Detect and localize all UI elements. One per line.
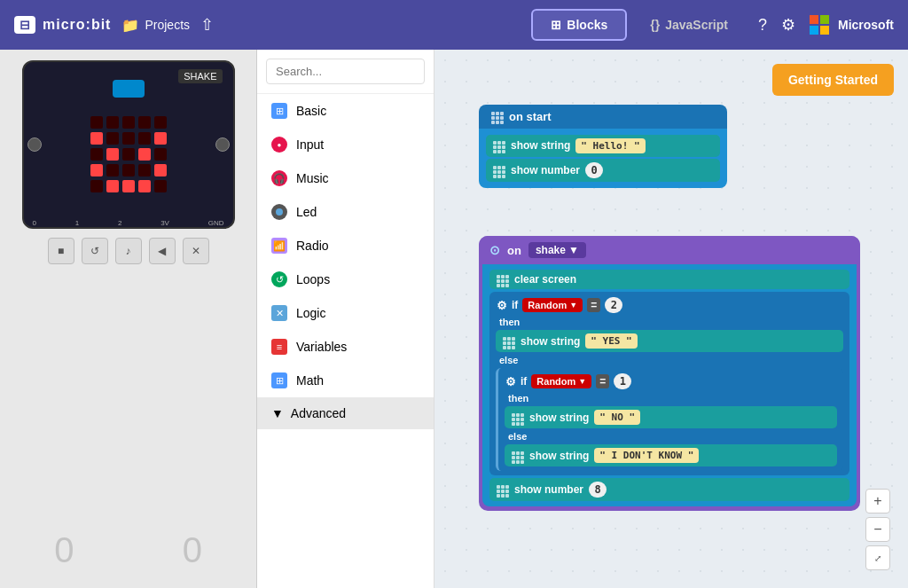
eq-sign-1: = xyxy=(587,298,600,312)
shake-dropdown-arrow: ▼ xyxy=(568,244,579,256)
music-icon: 🎧 xyxy=(271,170,287,186)
workspace[interactable]: Getting Started on start xyxy=(434,50,908,588)
microbit-logo-icon: ⊟ xyxy=(14,16,35,34)
num-value-2: 8 xyxy=(589,482,607,498)
sidebar-item-led[interactable]: Led xyxy=(257,195,434,229)
sidebar-item-basic[interactable]: ⊞ Basic xyxy=(257,94,434,128)
sidebar-item-radio[interactable]: 📶 Radio xyxy=(257,229,434,263)
gear-icon-2: ⚙ xyxy=(505,375,516,388)
led-display xyxy=(90,116,167,192)
random-1-label: Random xyxy=(528,300,567,310)
microsoft-logo xyxy=(810,15,829,35)
sim-background-decorations: 00 xyxy=(0,530,256,570)
sidebar-item-variables[interactable]: ≡ Variables xyxy=(257,330,434,364)
sidebar-item-music[interactable]: 🎧 Music xyxy=(257,161,434,195)
projects-label: Projects xyxy=(145,18,190,32)
pin-labels: 0 1 2 3V GND xyxy=(24,219,233,227)
fullscreen-button[interactable]: ✕ xyxy=(183,238,209,264)
show-string-no-icon xyxy=(512,413,524,422)
simulator-panel: SHAKE 0 1 2 3V GND ■ ↺ ♪ xyxy=(0,50,257,588)
no-value: " NO " xyxy=(594,410,640,425)
sim-controls: ■ ↺ ♪ ◀ ✕ xyxy=(48,238,209,264)
logo-text: micro:bit xyxy=(43,17,111,33)
input-label: Input xyxy=(296,137,324,152)
else-label-1: else xyxy=(492,354,847,366)
sidebar-item-math[interactable]: ⊞ Math xyxy=(257,364,434,397)
on-start-icon xyxy=(491,112,504,121)
input-icon: ● xyxy=(271,137,287,153)
shake-dropdown[interactable]: shake ▼ xyxy=(528,242,586,258)
sound-button[interactable]: ♪ xyxy=(115,238,142,264)
stop-button[interactable]: ■ xyxy=(48,238,74,264)
logic-label: Logic xyxy=(296,306,325,320)
microsoft-label: Microsoft xyxy=(838,18,894,32)
sidebar-item-loops[interactable]: ↺ Loops xyxy=(257,263,434,296)
else-label-2: else xyxy=(501,430,841,443)
projects-button[interactable]: 📁 Projects xyxy=(121,17,190,34)
on-start-block: on start show string " Hello! " xyxy=(479,103,727,188)
zoom-in-button[interactable]: + xyxy=(865,489,890,514)
help-button[interactable]: ? xyxy=(758,16,767,35)
radio-label: Radio xyxy=(296,239,329,253)
on-start-label: on start xyxy=(509,110,552,123)
sidebar-item-logic[interactable]: ✕ Logic xyxy=(257,296,434,330)
javascript-tab[interactable]: {} JavaScript xyxy=(630,9,748,41)
bluetooth-chip xyxy=(113,80,145,98)
advanced-label: Advanced xyxy=(291,406,346,420)
math-label: Math xyxy=(296,373,324,388)
num-value-1: 0 xyxy=(585,162,603,178)
show-number-2-icon xyxy=(497,485,509,494)
zoom-fit-button[interactable]: ⤢ xyxy=(865,545,890,570)
yes-value: " YES " xyxy=(585,333,637,349)
microbit-buttons xyxy=(24,137,233,152)
radio-icon: 📶 xyxy=(271,238,287,254)
button-a[interactable] xyxy=(27,137,42,152)
random-2-label: Random xyxy=(536,376,575,387)
circle-dot-icon: ⊙ xyxy=(489,243,500,257)
random-1-arrow: ▼ xyxy=(569,301,577,310)
header: ⊟ micro:bit 📁 Projects ⇧ ⊞ Blocks {} Jav… xyxy=(0,0,908,50)
random-dropdown-1[interactable]: Random ▼ xyxy=(522,298,583,312)
clear-screen-icon xyxy=(497,275,509,284)
search-box xyxy=(257,50,434,94)
then-label-2: then xyxy=(501,392,841,404)
variables-icon: ≡ xyxy=(271,339,287,355)
getting-started-button[interactable]: Getting Started xyxy=(772,64,894,96)
zoom-out-button[interactable]: − xyxy=(865,517,890,542)
share-button[interactable]: ⇧ xyxy=(200,15,214,35)
mode-tabs: ⊞ Blocks {} JavaScript xyxy=(531,9,748,41)
volume-button[interactable]: ◀ xyxy=(149,238,176,264)
search-input[interactable] xyxy=(266,59,425,84)
dk-value: " I DON'T KNOW " xyxy=(594,448,699,463)
show-string-dk-icon xyxy=(512,451,524,460)
settings-button[interactable]: ⚙ xyxy=(781,15,795,35)
folder-icon: 📁 xyxy=(121,17,139,34)
microsoft-brand: Microsoft xyxy=(810,15,894,35)
header-right: ? ⚙ Microsoft xyxy=(758,15,894,35)
basic-label: Basic xyxy=(296,104,326,118)
clear-screen-label: clear screen xyxy=(514,273,576,286)
sidebar-item-input[interactable]: ● Input xyxy=(257,128,434,161)
sidebar-item-advanced[interactable]: ▼ Advanced xyxy=(257,397,434,429)
loops-label: Loops xyxy=(296,272,330,286)
blocks-icon: ⊞ xyxy=(551,18,561,32)
show-string-1-icon xyxy=(493,141,505,150)
then-label-1: then xyxy=(492,316,847,328)
gear-icon-1: ⚙ xyxy=(497,299,507,312)
button-b[interactable] xyxy=(215,137,230,152)
js-icon: {} xyxy=(650,18,660,32)
led-icon xyxy=(271,204,287,220)
zoom-controls: + − ⤢ xyxy=(865,489,890,570)
show-number-2-label: show number xyxy=(514,483,583,496)
random-2-arrow: ▼ xyxy=(578,377,586,386)
val-1: 1 xyxy=(614,373,631,389)
chevron-down-icon: ▼ xyxy=(271,406,284,420)
restart-button[interactable]: ↺ xyxy=(82,238,108,264)
variables-label: Variables xyxy=(296,340,347,354)
if-label-1: if xyxy=(512,299,518,311)
hello-value: " Hello! " xyxy=(575,138,645,153)
random-dropdown-2[interactable]: Random ▼ xyxy=(531,374,591,388)
blocks-tab[interactable]: ⊞ Blocks xyxy=(531,9,627,41)
logic-icon: ✕ xyxy=(271,305,287,321)
blocks-tab-label: Blocks xyxy=(567,18,607,32)
